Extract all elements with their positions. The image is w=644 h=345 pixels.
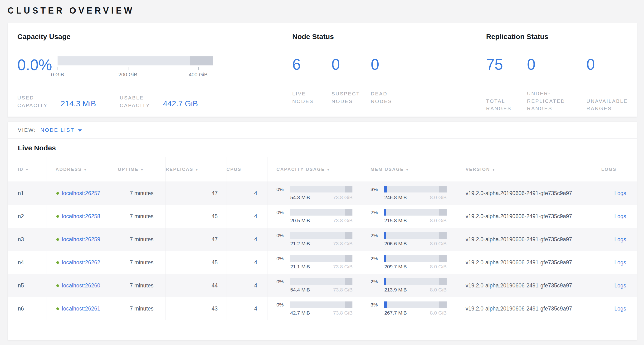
table-row: n6localhost:262617 minutes4340%42.7 MiB7…	[8, 297, 637, 320]
mem-usage-dark-segment	[439, 209, 446, 216]
column-header-version[interactable]: VERSION▼	[458, 157, 601, 182]
node-health-dot-icon	[56, 238, 59, 241]
node-logs-cell: Logs	[601, 182, 637, 205]
node-id-cell: n2	[8, 205, 47, 228]
capacity-bar	[58, 56, 213, 66]
node-cpus-cell: 4	[226, 205, 268, 228]
total-ranges-count: 75	[486, 57, 527, 72]
capacity-usage-bar	[290, 301, 352, 308]
mem-usage-fill	[384, 209, 386, 216]
axis-tick	[128, 67, 128, 70]
used-capacity-stat: USED CAPACITY 214.3 MiB	[17, 94, 96, 109]
capacity-bar-dark-segment	[190, 56, 213, 66]
logs-link[interactable]: Logs	[614, 305, 626, 312]
view-label: VIEW:	[18, 127, 36, 133]
node-mem-cell: 2%209.7 MiB8.0 GiB	[362, 251, 458, 274]
capacity-usage-meter: 0%20.5 MiB73.8 GiB	[268, 209, 362, 223]
caret-down-icon	[78, 129, 82, 132]
capacity-usage-bar	[290, 255, 352, 262]
node-address-link[interactable]: localhost:26257	[62, 190, 100, 196]
axis-tick-label: 0 GiB	[51, 72, 64, 78]
live-nodes-label: LIVE NODES	[292, 90, 328, 105]
column-header-id[interactable]: ID▼	[8, 157, 47, 182]
mem-usage-bar	[384, 232, 446, 239]
node-capacity-cell: 0%54.3 MiB73.8 GiB	[268, 182, 362, 205]
column-header-address[interactable]: ADDRESS▼	[47, 157, 118, 182]
logs-link[interactable]: Logs	[614, 236, 626, 242]
capacity-usage-meter: 0%54.4 MiB73.8 GiB	[268, 278, 362, 293]
capacity-usage-meter: 0%21.2 MiB73.8 GiB	[268, 232, 362, 246]
node-address-link[interactable]: localhost:26259	[62, 236, 100, 242]
view-selector-dropdown[interactable]: NODE LIST	[40, 127, 82, 133]
node-version-cell: v19.2.0-alpha.20190606-2491-gfe735c9a97	[458, 297, 601, 320]
axis-tick-label: 400 GiB	[188, 72, 208, 78]
mem-usage-meter: 2%206.6 MiB8.0 GiB	[362, 232, 458, 246]
mem-usage-meter: 3%267.7 MiB8.0 GiB	[362, 301, 458, 316]
node-replicas-cell: 45	[166, 205, 226, 228]
node-status-section: Node Status 6 0 0 LIVE NODES SUSPECT NOD…	[292, 33, 486, 117]
axis-tick	[93, 67, 93, 70]
logs-link[interactable]: Logs	[614, 190, 626, 196]
column-header-cpus[interactable]: CPUS	[226, 157, 268, 182]
column-header-capacity[interactable]: CAPACITY USAGE▼	[268, 157, 362, 182]
sort-caret-icon: ▼	[195, 168, 199, 172]
mem-usage-dark-segment	[439, 186, 446, 192]
capacity-usage-dark-segment	[345, 278, 352, 285]
used-capacity-label: USED CAPACITY	[17, 94, 52, 109]
node-address-link[interactable]: localhost:26258	[62, 213, 100, 219]
usable-capacity-label: USABLE CAPACITY	[120, 94, 154, 109]
node-address-link[interactable]: localhost:26260	[62, 282, 100, 289]
column-header-uptime[interactable]: UPTIME▼	[118, 157, 166, 182]
node-health-dot-icon	[56, 307, 59, 310]
mem-usage-meter: 2%209.7 MiB8.0 GiB	[362, 255, 458, 270]
capacity-usage-bar	[290, 278, 352, 285]
node-status-title: Node Status	[292, 33, 486, 41]
node-address-link[interactable]: localhost:26262	[62, 259, 100, 265]
node-replicas-cell: 44	[166, 274, 226, 297]
node-id-cell: n1	[8, 182, 47, 205]
table-row: n2localhost:262587 minutes4540%20.5 MiB7…	[8, 205, 637, 228]
capacity-percent-used: 0.0%	[17, 57, 58, 73]
mem-usage-dark-segment	[439, 278, 446, 285]
node-uptime-cell: 7 minutes	[118, 251, 166, 274]
axis-tick	[58, 67, 58, 70]
column-header-logs[interactable]: LOGS	[601, 157, 637, 182]
logs-link[interactable]: Logs	[614, 213, 626, 219]
logs-link[interactable]: Logs	[614, 282, 626, 289]
node-list-panel: VIEW: NODE LIST Live Nodes ID▼ADDRESS▼UP…	[8, 122, 637, 340]
column-header-mem[interactable]: MEM USAGE▼	[362, 157, 458, 182]
node-address-link[interactable]: localhost:26261	[62, 305, 100, 312]
under-replicated-ranges-count: 0	[527, 57, 586, 72]
node-capacity-cell: 0%42.7 MiB73.8 GiB	[268, 297, 362, 320]
node-mem-cell: 3%267.7 MiB8.0 GiB	[362, 297, 458, 320]
mem-usage-fill	[384, 186, 387, 192]
node-uptime-cell: 7 minutes	[118, 274, 166, 297]
table-row: n3localhost:262597 minutes4740%21.2 MiB7…	[8, 228, 637, 251]
node-replicas-cell: 45	[166, 251, 226, 274]
mem-usage-bar	[384, 278, 446, 285]
column-header-replicas[interactable]: REPLICAS▼	[166, 157, 226, 182]
logs-link[interactable]: Logs	[614, 259, 626, 265]
dead-nodes-count: 0	[371, 57, 410, 72]
node-replicas-cell: 47	[166, 228, 226, 251]
capacity-usage-bar	[290, 186, 352, 192]
node-cpus-cell: 4	[226, 274, 268, 297]
table-row: n4localhost:262627 minutes4540%21.1 MiB7…	[8, 251, 637, 274]
node-address-cell: localhost:26261	[47, 297, 118, 320]
node-cpus-cell: 4	[226, 297, 268, 320]
sort-caret-icon: ▼	[140, 168, 144, 172]
node-health-dot-icon	[56, 192, 59, 195]
node-version-cell: v19.2.0-alpha.20190606-2491-gfe735c9a97	[458, 182, 601, 205]
mem-usage-fill	[384, 278, 386, 285]
cluster-overview-page: CLUSTER OVERVIEW Capacity Usage 0.0% 0 G…	[0, 0, 644, 340]
node-logs-cell: Logs	[601, 297, 637, 320]
node-id-cell: n5	[8, 274, 47, 297]
node-cpus-cell: 4	[226, 251, 268, 274]
node-address-cell: localhost:26259	[47, 228, 118, 251]
node-logs-cell: Logs	[601, 228, 637, 251]
capacity-usage-dark-segment	[345, 255, 352, 262]
node-cpus-cell: 4	[226, 228, 268, 251]
node-version-cell: v19.2.0-alpha.20190606-2491-gfe735c9a97	[458, 205, 601, 228]
node-id-cell: n4	[8, 251, 47, 274]
node-uptime-cell: 7 minutes	[118, 228, 166, 251]
